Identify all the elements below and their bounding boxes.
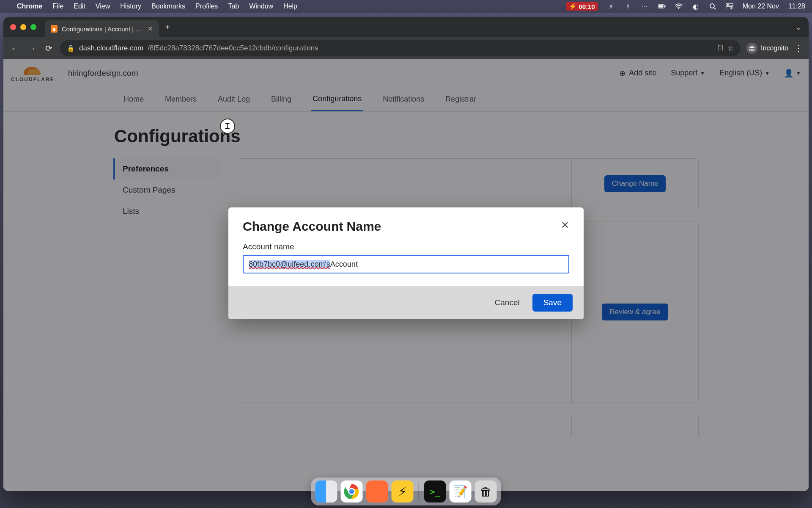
menubar-search-icon[interactable] (709, 3, 716, 10)
window-minimize-button[interactable] (20, 24, 26, 30)
svg-point-9 (730, 7, 732, 9)
reload-button[interactable]: ⟳ (43, 43, 54, 53)
account-name-selected-text: 80fb7bc0@uifeed.com's (249, 260, 330, 269)
menubar-file[interactable]: File (52, 3, 63, 10)
incognito-label: Incognito (761, 44, 788, 52)
tab-close-icon[interactable]: ✕ (148, 25, 153, 33)
svg-rect-1 (658, 5, 663, 8)
cloudflare-favicon-icon (51, 25, 58, 33)
menubar-history[interactable]: History (120, 3, 141, 10)
menubar-control-center-icon[interactable] (726, 3, 733, 10)
menubar-tab[interactable]: Tab (228, 3, 239, 10)
svg-line-5 (714, 8, 716, 9)
svg-point-7 (727, 4, 729, 6)
tracking-icon[interactable]: 👁̸ (718, 44, 723, 52)
dock-app-icon[interactable]: ⚡︎ (392, 480, 414, 502)
menubar-view[interactable]: View (96, 3, 110, 10)
dock-terminal-icon[interactable]: >_ (424, 480, 446, 502)
dock-chrome-icon[interactable] (341, 480, 363, 502)
cloudflare-page: CLOUDFLARE hiringfordesign.com ⊕ Add sit… (3, 59, 809, 491)
menubar-time[interactable]: 11:28 (788, 3, 805, 10)
url-host: dash.cloudflare.com (79, 44, 143, 52)
forward-button[interactable]: → (26, 44, 37, 53)
account-name-label: Account name (243, 242, 569, 251)
modal-overlay[interactable]: Change Account Name ✕ Account name 80fb7… (3, 59, 809, 491)
svg-point-4 (710, 4, 714, 8)
window-controls (10, 24, 36, 30)
menubar-bluetooth-icon[interactable]: ᚼ (624, 3, 632, 10)
modal-title: Change Account Name (243, 219, 381, 234)
menubar-focus-icon[interactable]: ◐ (692, 3, 700, 10)
dock-separator (419, 482, 419, 501)
menubar-dots-icon[interactable]: ∙∙∙ (641, 3, 649, 10)
chrome-window: Configurations | Account | Clou… ✕ + ⌄ ←… (3, 17, 809, 491)
back-button[interactable]: ← (9, 44, 20, 53)
chrome-tabstrip: Configurations | Account | Clou… ✕ + ⌄ (3, 17, 809, 37)
change-account-name-modal: Change Account Name ✕ Account name 80fb7… (228, 207, 584, 319)
modal-close-button[interactable]: ✕ (561, 219, 569, 231)
address-bar[interactable]: 🔒 dash.cloudflare.com/8f5dc28a78328cf767… (60, 40, 741, 56)
menubar-profiles[interactable]: Profiles (195, 3, 218, 10)
menubar-timer[interactable]: ⚡00:10 (566, 2, 598, 11)
window-zoom-button[interactable] (30, 24, 36, 30)
menubar-help[interactable]: Help (283, 3, 297, 10)
svg-rect-8 (726, 7, 733, 9)
dock-notes-icon[interactable]: 📝 (450, 480, 472, 502)
menubar-wifi-icon[interactable] (675, 3, 683, 10)
menubar-date[interactable]: Mon 22 Nov (743, 3, 779, 10)
browser-tab[interactable]: Configurations | Account | Clou… ✕ (45, 20, 159, 37)
save-button[interactable]: Save (532, 294, 573, 312)
incognito-icon (746, 43, 757, 54)
chrome-menu-button[interactable]: ⋮ (794, 43, 803, 53)
chrome-toolbar: ← → ⟳ 🔒 dash.cloudflare.com/8f5dc28a7832… (3, 37, 809, 59)
menubar-app[interactable]: Chrome (17, 3, 42, 10)
incognito-indicator[interactable]: Incognito (746, 43, 788, 54)
dock-postman-icon[interactable] (366, 480, 388, 502)
browser-tab-title: Configurations | Account | Clou… (62, 25, 143, 33)
menubar-window[interactable]: Window (249, 3, 273, 10)
dock-finder-icon[interactable] (315, 480, 337, 502)
svg-rect-2 (665, 6, 666, 7)
macos-dock: ⚡︎ >_ 📝 🗑 (311, 478, 501, 505)
lock-icon[interactable]: 🔒 (67, 44, 75, 52)
dock-trash-icon[interactable]: 🗑 (475, 480, 497, 502)
svg-rect-6 (726, 3, 733, 6)
macos-menubar: Chrome File Edit View History Bookmarks … (0, 0, 812, 13)
menubar-battery-icon[interactable] (658, 3, 666, 10)
menubar-bookmarks[interactable]: Bookmarks (151, 3, 185, 10)
menubar-edit[interactable]: Edit (74, 3, 85, 10)
text-cursor-indicator-icon: Ꮖ (220, 119, 235, 134)
svg-point-10 (750, 49, 752, 51)
new-tab-button[interactable]: + (159, 22, 176, 32)
account-name-input[interactable]: 80fb7bc0@uifeed.com's Account (243, 255, 569, 273)
svg-point-14 (349, 489, 355, 494)
tab-overflow-button[interactable]: ⌄ (796, 23, 809, 31)
menubar-bolt-icon[interactable]: ⚡︎ (607, 3, 615, 10)
url-path: /8f5dc28a78328cf767dee0cc5e12cbdb/config… (148, 44, 318, 52)
menubar-timer-value: 00:10 (579, 3, 595, 10)
account-name-rest-text: Account (330, 260, 358, 269)
cancel-button[interactable]: Cancel (486, 294, 528, 312)
svg-point-3 (678, 8, 679, 9)
window-close-button[interactable] (10, 24, 16, 30)
svg-point-11 (752, 49, 754, 51)
bookmark-star-icon[interactable]: ☆ (727, 44, 734, 53)
